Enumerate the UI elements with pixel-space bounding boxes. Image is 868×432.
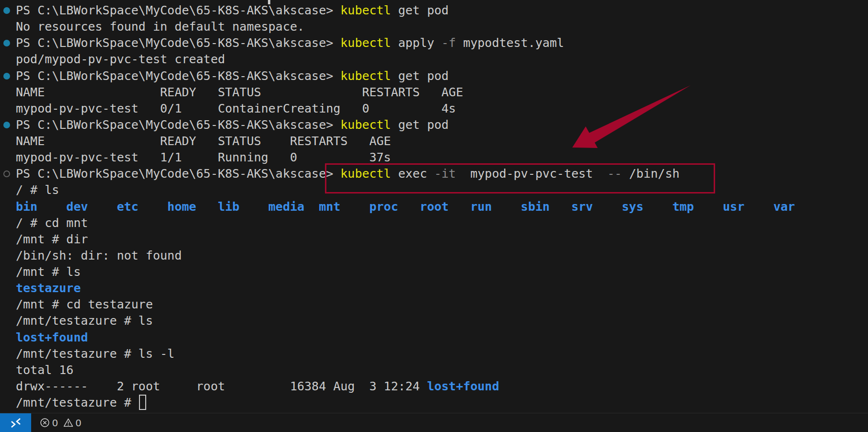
terminal-line: PS C:\LBWorkSpace\MyCode\65-K8S-AKS\aksc… — [0, 166, 868, 182]
terminal-line: /mnt # dir — [0, 231, 868, 248]
terminal-text-segment: mypodtest.yaml — [456, 36, 564, 50]
vscode-terminal-window: { "colors": { "terminal_background": "#1… — [0, 0, 868, 432]
terminal-line: / # cd mnt — [0, 215, 868, 231]
command-success-decoration-icon[interactable] — [3, 73, 10, 80]
terminal-text-segment: NAME READY STATUS RESTARTS AGE — [16, 134, 391, 148]
terminal-text-segment: /mnt # dir — [16, 232, 88, 246]
terminal-line: /mnt/testazure # ls -l — [0, 346, 868, 362]
terminal-text-segment: /mnt/testazure # ls — [16, 314, 153, 328]
terminal-text-segment: kubectl — [340, 118, 391, 132]
terminal-line: /mnt # cd testazure — [0, 296, 868, 313]
errors-count: 0 — [52, 417, 61, 429]
terminal-text-segment: drwx------ 2 root root 16384 Aug 3 12:24 — [16, 379, 427, 393]
terminal-text-segment: pod/mypod-pv-pvc-test created — [16, 52, 225, 66]
terminal-text-segment: -- — [607, 167, 622, 181]
problems-status[interactable]: 0 0 — [38, 413, 86, 432]
terminal-line: total 16 — [0, 362, 868, 378]
terminal-line: /mnt/testazure # ls — [0, 313, 868, 329]
terminal-text-segment: kubectl — [340, 167, 391, 181]
terminal-text-segment: get pod — [391, 118, 449, 132]
terminal-line: mypod-pv-pvc-test 1/1 Running 0 37s — [0, 149, 868, 166]
terminal-line: mypod-pv-pvc-test 0/1 ContainerCreating … — [0, 101, 868, 117]
terminal-line: PS C:\LBWorkSpace\MyCode\65-K8S-AKS\aksc… — [0, 68, 868, 84]
terminal-text-segment: PS C:\LBWorkSpace\MyCode\65-K8S-AKS\aksc… — [16, 3, 340, 17]
terminal-line: /mnt/testazure # — [0, 395, 868, 411]
status-bar: 0 0 — [0, 413, 868, 432]
terminal-line: bin dev etc home lib media mnt proc root… — [0, 199, 868, 215]
terminal-text-segment: /mnt/testazure # — [16, 396, 139, 409]
terminal-text-segment: / # ls — [16, 183, 59, 197]
terminal-line: No resources found in default namespace. — [0, 19, 868, 35]
terminal-line: /mnt # ls — [0, 264, 868, 280]
terminal-text-segment: testazure — [16, 281, 81, 295]
terminal-output[interactable]: PS C:\LBWorkSpace\MyCode\65-K8S-AKS\aksc… — [0, 2, 868, 411]
terminal-text-segment: exec — [391, 167, 434, 181]
terminal-cursor — [139, 395, 146, 410]
terminal-text-segment: /bin/sh — [622, 167, 679, 181]
remote-indicator-button[interactable] — [0, 413, 31, 432]
terminal-text-segment: mypod-pv-pvc-test 0/1 ContainerCreating … — [16, 102, 456, 115]
terminal-line: PS C:\LBWorkSpace\MyCode\65-K8S-AKS\aksc… — [0, 2, 868, 19]
terminal-text-segment: PS C:\LBWorkSpace\MyCode\65-K8S-AKS\aksc… — [16, 118, 340, 132]
terminal-text-segment: PS C:\LBWorkSpace\MyCode\65-K8S-AKS\aksc… — [16, 36, 340, 50]
command-success-decoration-icon[interactable] — [3, 7, 10, 14]
terminal-line: NAME READY STATUS RESTARTS AGE — [0, 84, 868, 101]
terminal-line: PS C:\LBWorkSpace\MyCode\65-K8S-AKS\aksc… — [0, 35, 868, 51]
warning-triangle-icon — [63, 418, 73, 428]
command-success-decoration-icon[interactable] — [3, 40, 10, 46]
terminal-text-segment: kubectl — [340, 69, 391, 83]
command-success-decoration-icon[interactable] — [3, 122, 10, 128]
terminal-text-segment: PS C:\LBWorkSpace\MyCode\65-K8S-AKS\aksc… — [16, 167, 340, 181]
command-pending-decoration-icon[interactable] — [3, 171, 10, 177]
terminal-text-segment: No resources found in default namespace. — [16, 20, 304, 34]
terminal-line: PS C:\LBWorkSpace\MyCode\65-K8S-AKS\aksc… — [0, 117, 868, 133]
terminal-text-segment: PS C:\LBWorkSpace\MyCode\65-K8S-AKS\aksc… — [16, 69, 340, 83]
terminal-text-segment: kubectl — [340, 36, 391, 50]
terminal-line: drwx------ 2 root root 16384 Aug 3 12:24… — [0, 378, 868, 395]
remote-indicator-icon — [10, 417, 22, 429]
terminal-line: NAME READY STATUS RESTARTS AGE — [0, 133, 868, 149]
terminal-text-segment: -it — [434, 167, 456, 181]
terminal-line: testazure — [0, 280, 868, 296]
terminal-text-segment: mypod-pv-pvc-test 1/1 Running 0 37s — [16, 150, 391, 164]
terminal-text-segment: kubectl — [340, 3, 391, 17]
terminal-text-segment: apply — [391, 36, 441, 50]
error-circle-icon — [40, 418, 50, 428]
terminal-text-segment: lost+found — [427, 379, 499, 393]
terminal-text-segment: /bin/sh: dir: not found — [16, 249, 182, 262]
terminal-text-segment: /mnt # ls — [16, 265, 81, 279]
terminal-text-segment: lost+found — [16, 330, 88, 344]
terminal-text-segment: get pod — [391, 3, 449, 17]
terminal-line: lost+found — [0, 330, 868, 346]
terminal-text-segment: /mnt/testazure # ls -l — [16, 347, 174, 361]
terminal-text-segment: / # cd mnt — [16, 216, 88, 230]
terminal-text-segment: get pod — [391, 69, 449, 83]
terminal-text-segment: mypod-pv-pvc-test — [456, 167, 607, 181]
warnings-count: 0 — [76, 417, 84, 429]
terminal-text-segment: /mnt # cd testazure — [16, 297, 153, 311]
terminal-line: / # ls — [0, 182, 868, 198]
terminal-text-segment: total 16 — [16, 363, 73, 377]
terminal-text-segment: NAME READY STATUS RESTARTS AGE — [16, 85, 463, 99]
terminal-line: pod/mypod-pv-pvc-test created — [0, 51, 868, 68]
terminal-text-segment: -f — [441, 36, 456, 50]
terminal-line: /bin/sh: dir: not found — [0, 248, 868, 264]
terminal-text-segment: bin dev etc home lib media mnt proc root… — [16, 200, 795, 214]
